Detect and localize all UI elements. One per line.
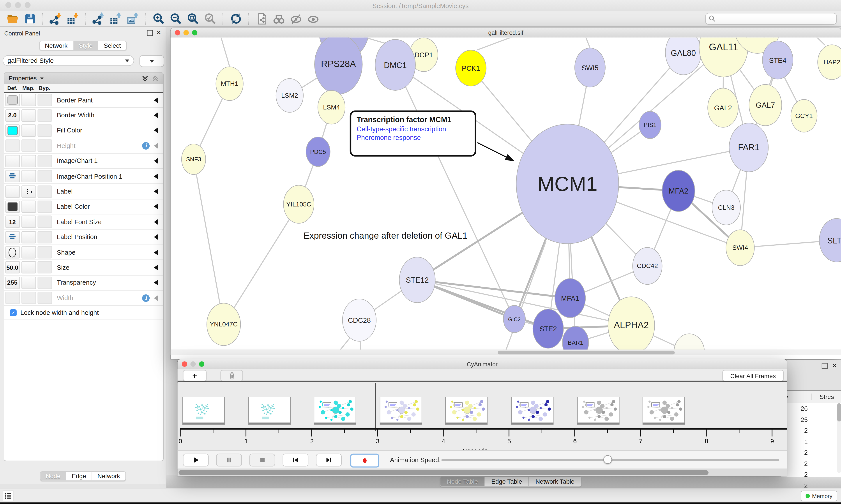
network-node-far1[interactable]: FAR1 <box>729 123 769 172</box>
expand-row-icon[interactable] <box>154 112 158 118</box>
annotation-link[interactable]: Pheromone response <box>357 134 469 141</box>
export-network-icon[interactable] <box>92 12 106 25</box>
hide-details-icon[interactable] <box>289 12 303 25</box>
frame-thumbnail-2[interactable] <box>314 397 356 425</box>
frame-thumbnail-5[interactable] <box>511 397 553 425</box>
tab-network-table[interactable]: Network Table <box>529 476 581 486</box>
pause-button[interactable] <box>216 454 242 467</box>
export-table-icon[interactable] <box>109 12 123 25</box>
network-node-ste2[interactable]: STE2 <box>533 309 564 348</box>
tab-select[interactable]: Select <box>99 41 126 50</box>
expand-row-icon[interactable] <box>154 158 158 164</box>
show-panels-button[interactable] <box>3 491 13 501</box>
column-header[interactable]: Stres <box>812 394 841 400</box>
clear-all-frames-button[interactable]: Clear All Frames <box>722 370 784 381</box>
expand-row-icon[interactable] <box>154 174 158 179</box>
tab-node[interactable]: Node <box>40 472 66 480</box>
network-node-mcm1[interactable]: MCM1 <box>516 124 619 244</box>
network-hscrollbar[interactable] <box>171 350 841 355</box>
property-row-image-chart-1[interactable]: Image/Chart 1 <box>4 154 163 169</box>
frame-thumbnail-1[interactable] <box>248 397 290 425</box>
frame-thumbnail-0[interactable] <box>182 397 225 425</box>
network-node-snf3[interactable]: SNF3 <box>181 144 206 175</box>
expand-row-icon[interactable] <box>154 295 158 301</box>
play-button[interactable] <box>183 454 209 467</box>
checkbox-checked-icon[interactable]: ✓ <box>10 309 17 317</box>
cyanimator-titlebar[interactable]: CyAnimator <box>178 359 787 370</box>
network-node-mfa2[interactable]: MFA2 <box>662 170 695 212</box>
properties-header[interactable]: Properties <box>4 73 163 84</box>
network-node-ste12[interactable]: STE12 <box>399 257 435 303</box>
add-frame-button[interactable]: + <box>183 370 207 381</box>
expand-row-icon[interactable] <box>154 189 158 194</box>
expand-row-icon[interactable] <box>154 97 158 103</box>
tab-network[interactable]: Network <box>39 41 73 50</box>
close-panel-icon[interactable]: ✕ <box>832 362 837 370</box>
network-node-pdc5[interactable]: PDC5 <box>306 137 330 167</box>
table-row[interactable]: 2 <box>781 447 841 458</box>
table-row[interactable]: 2 <box>781 458 841 469</box>
property-row-border-paint[interactable]: Border Paint <box>4 93 163 108</box>
export-image-icon[interactable] <box>126 12 140 25</box>
close-panel-icon[interactable]: ✕ <box>156 29 162 36</box>
table-row[interactable]: 25 <box>781 414 841 425</box>
import-network-icon[interactable] <box>49 12 63 25</box>
style-selector[interactable]: galFiltered Style <box>3 55 134 66</box>
skip-to-start-button[interactable] <box>283 454 309 467</box>
expand-all-icon[interactable] <box>142 75 149 82</box>
table-row[interactable]: 2 <box>781 469 841 480</box>
frame-thumbnail-7[interactable] <box>643 397 685 425</box>
tab-node-table[interactable]: Node Table <box>441 476 485 486</box>
float-panel-icon[interactable] <box>147 30 153 36</box>
expand-row-icon[interactable] <box>154 219 158 224</box>
stop-button[interactable] <box>249 454 275 467</box>
property-row-transparency[interactable]: 255Transparency <box>4 275 163 291</box>
network-node-gcy1[interactable]: GCY1 <box>791 99 817 132</box>
annotation-link[interactable]: Cell-type-specific transcription <box>357 125 469 133</box>
network-node-mfa1[interactable]: MFA1 <box>555 278 586 318</box>
playhead[interactable] <box>375 383 376 431</box>
annotation-callout[interactable]: Transcription factor MCM1 Cell-type-spec… <box>350 110 476 157</box>
search-input[interactable] <box>705 13 837 25</box>
expand-row-icon[interactable] <box>154 143 158 148</box>
scrollbar-thumb[interactable] <box>498 351 675 355</box>
network-node-swi4[interactable]: SWI4 <box>726 230 754 266</box>
network-node-cln3[interactable]: CLN3 <box>712 190 741 225</box>
save-session-icon[interactable] <box>23 12 37 25</box>
info-icon[interactable]: i <box>142 294 149 302</box>
network-file-icon[interactable] <box>255 12 269 25</box>
zoom-fit-icon[interactable] <box>186 12 200 25</box>
network-node-lsm4[interactable]: LSM4 <box>318 90 345 124</box>
expand-row-icon[interactable] <box>154 265 158 270</box>
network-node-ste4[interactable]: STE4 <box>762 41 793 79</box>
property-row-shape[interactable]: Shape <box>4 245 163 260</box>
tab-edge-table[interactable]: Edge Table <box>485 476 529 486</box>
table-row[interactable]: 2 <box>781 425 841 436</box>
binoculars-icon[interactable] <box>272 12 286 25</box>
table-row[interactable]: 1 <box>781 436 841 447</box>
scrollbar-thumb[interactable] <box>179 470 709 475</box>
network-node-cdc42[interactable]: CDC42 <box>632 247 662 285</box>
property-row-label-position[interactable]: Label Position <box>4 230 163 245</box>
network-node-gal2[interactable]: GAL2 <box>708 88 738 128</box>
property-row-label-font-size[interactable]: 12Label Font Size <box>4 215 163 230</box>
network-node-dmc1[interactable]: DMC1 <box>375 39 416 91</box>
table-row[interactable]: 2 <box>781 480 841 491</box>
tab-style[interactable]: Style <box>73 41 99 50</box>
property-row-height[interactable]: Heighti <box>4 138 163 154</box>
info-icon[interactable]: i <box>142 142 149 149</box>
frame-thumbnail-6[interactable] <box>577 397 619 425</box>
expand-row-icon[interactable] <box>154 204 158 209</box>
table-row[interactable]: 26 <box>781 403 841 414</box>
property-row-size[interactable]: 50.0Size <box>4 260 163 275</box>
property-row-width[interactable]: Widthi <box>4 291 163 306</box>
zoom-selected-icon[interactable] <box>203 12 217 25</box>
network-node-pis1[interactable]: PIS1 <box>639 111 661 139</box>
memory-button[interactable]: Memory <box>801 491 837 501</box>
style-options-button[interactable] <box>140 55 164 67</box>
show-details-icon[interactable] <box>306 12 320 25</box>
network-window-titlebar[interactable]: galFiltered.sif <box>171 28 841 38</box>
record-button[interactable] <box>350 454 379 468</box>
network-canvas[interactable]: DCP1RPS28ADMC1PCK1MTH1LSM2LSM4SNF3PDC5YI… <box>171 37 841 355</box>
scrollbar-thumb[interactable] <box>837 403 841 421</box>
